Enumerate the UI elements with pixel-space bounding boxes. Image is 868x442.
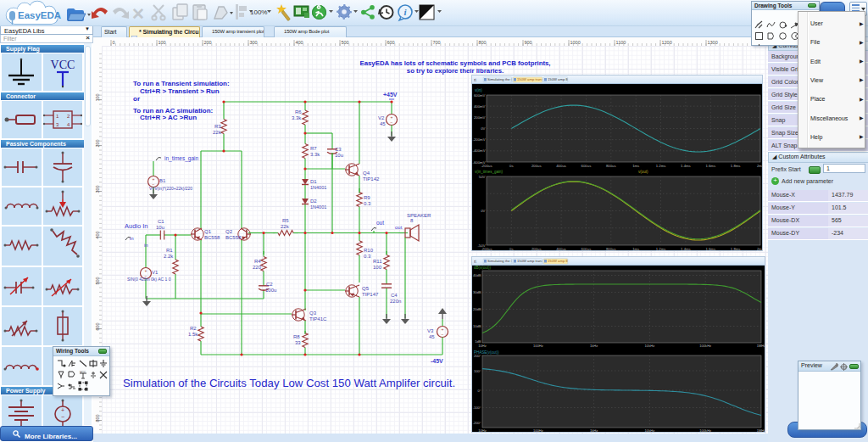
svg-text:0.3: 0.3: [364, 254, 371, 259]
svg-text:300: 300: [95, 185, 100, 193]
svg-text:10Hz: 10Hz: [478, 428, 487, 433]
svg-text:in_times_gain: in_times_gain: [164, 155, 198, 162]
svg-text:600mV: 600mV: [474, 93, 486, 98]
svg-text:Q1: Q1: [204, 229, 212, 234]
svg-text:VCC: VCC: [80, 371, 86, 374]
svg-text:100Hz: 100Hz: [533, 344, 543, 348]
svg-text:1.8ms: 1.8ms: [731, 247, 741, 251]
svg-text:dB(v(out)): dB(v(out)): [474, 266, 492, 270]
svg-text:R7: R7: [310, 146, 317, 151]
svg-text:100%: 100%: [250, 8, 267, 16]
svg-text:+45V: +45V: [383, 92, 398, 98]
svg-text:-45V: -45V: [431, 358, 443, 364]
svg-text:100kHz: 100kHz: [699, 428, 711, 433]
svg-text:-200us: -200us: [481, 164, 492, 168]
svg-text:SIN(0 420m 0k) AC 1 0: SIN(0 420m 0k) AC 1 0: [127, 277, 171, 282]
svg-text:EasyEDA: EasyEDA: [18, 10, 61, 20]
svg-text:1N4001: 1N4001: [310, 185, 326, 190]
svg-text:✕: ✕: [131, 5, 145, 23]
svg-text:1.4ms: 1.4ms: [681, 164, 691, 168]
svg-text:To run a Transient simulation:: To run a Transient simulation:: [133, 80, 230, 87]
svg-text:1300: 1300: [708, 40, 718, 45]
svg-text:100Hz: 100Hz: [533, 428, 543, 433]
svg-text:R2: R2: [190, 326, 197, 331]
svg-text:200: 200: [204, 40, 212, 45]
svg-text:R9: R9: [364, 195, 370, 200]
svg-text:10dB: 10dB: [473, 324, 481, 328]
svg-text:1000: 1000: [570, 40, 581, 45]
svg-text:1kHz: 1kHz: [590, 428, 598, 433]
svg-text:-200°: -200°: [473, 421, 481, 425]
svg-text:2.2k: 2.2k: [164, 254, 174, 259]
svg-text:10u: 10u: [156, 225, 164, 230]
svg-text:so try to explore their librar: so try to explore their libraries.: [407, 67, 504, 75]
svg-text:500: 500: [95, 277, 100, 284]
svg-text:1.4ms: 1.4ms: [681, 247, 691, 251]
svg-text:v(in): v(in): [475, 88, 482, 92]
svg-text:400us: 400us: [556, 247, 566, 251]
svg-text:1MHz: 1MHz: [757, 344, 765, 348]
svg-text:1N4001: 1N4001: [310, 204, 326, 210]
svg-text:10kHz: 10kHz: [645, 428, 655, 433]
svg-text:0: 0: [113, 40, 115, 45]
svg-text:200us: 200us: [531, 247, 542, 251]
svg-text:1.5k: 1.5k: [188, 332, 198, 337]
svg-text:0.3: 0.3: [364, 201, 371, 206]
svg-text:3: 3: [56, 122, 59, 127]
svg-text:R11: R11: [373, 259, 382, 264]
svg-text:45: 45: [429, 334, 435, 339]
svg-text:100u: 100u: [265, 288, 276, 293]
svg-text:R5: R5: [282, 218, 289, 223]
svg-text:Ctrl+R > AC >Run: Ctrl+R > AC >Run: [140, 114, 197, 121]
svg-text:v(out): v(out): [638, 170, 648, 174]
svg-text:1200: 1200: [662, 40, 672, 45]
svg-text:0V: 0V: [481, 126, 485, 131]
svg-text:10Hz: 10Hz: [478, 344, 487, 348]
svg-text:2ms: 2ms: [757, 164, 762, 168]
svg-text:−: −: [391, 120, 393, 125]
svg-text:1.2ms: 1.2ms: [656, 247, 666, 251]
svg-text:400: 400: [95, 231, 100, 238]
svg-text:out: out: [376, 220, 384, 226]
svg-text:BC558: BC558: [225, 235, 242, 240]
svg-text:1100: 1100: [616, 40, 626, 45]
svg-text:100: 100: [159, 40, 166, 45]
svg-text:−: −: [442, 332, 444, 337]
svg-text:0s: 0s: [509, 247, 514, 251]
svg-text:700: 700: [433, 40, 441, 45]
svg-text:R3: R3: [214, 124, 221, 129]
svg-text:200us: 200us: [531, 164, 542, 168]
svg-text:-400mV: -400mV: [472, 148, 485, 153]
svg-text:400mV: 400mV: [474, 104, 486, 109]
svg-text:500: 500: [342, 40, 349, 45]
svg-text:1ms: 1ms: [632, 247, 639, 251]
svg-text:EasyEDA has lots of schematic: EasyEDA has lots of schematic symbols an…: [359, 59, 550, 67]
svg-text:Ctrl+R > Transient > Run: Ctrl+R > Transient > Run: [140, 87, 220, 95]
svg-text:1MHz: 1MHz: [757, 428, 765, 433]
svg-text:R1: R1: [166, 248, 173, 253]
svg-text:-200mV: -200mV: [472, 137, 485, 142]
svg-text:TIP41C: TIP41C: [309, 316, 327, 322]
svg-text:TIP147: TIP147: [362, 292, 379, 297]
svg-text:in: in: [130, 236, 134, 241]
svg-text:TIP142: TIP142: [363, 176, 380, 182]
svg-text:Q3: Q3: [309, 311, 317, 316]
svg-text:D1: D1: [310, 179, 317, 184]
svg-text:in: in: [144, 243, 148, 248]
svg-text:600: 600: [95, 322, 100, 330]
svg-text:20dB: 20dB: [473, 307, 481, 311]
svg-text:1.6ms: 1.6ms: [705, 247, 715, 251]
svg-text:or: or: [133, 95, 140, 103]
svg-text:0°: 0°: [478, 389, 481, 393]
svg-text:v(in_times_gain): v(in_times_gain): [475, 170, 504, 174]
svg-text:R10: R10: [364, 248, 374, 253]
svg-text:Audio In: Audio In: [125, 222, 148, 230]
svg-text:B1: B1: [159, 178, 166, 183]
svg-text:−: −: [61, 414, 64, 420]
svg-text:3.3k: 3.3k: [310, 152, 320, 157]
svg-text:400us: 400us: [556, 164, 566, 168]
svg-text:C1: C1: [158, 219, 164, 224]
svg-text:V1: V1: [152, 270, 159, 275]
svg-text:22k: 22k: [281, 224, 290, 229]
svg-text:Simulation of the Circuits Tod: Simulation of the Circuits Today Low Cos…: [123, 377, 455, 389]
